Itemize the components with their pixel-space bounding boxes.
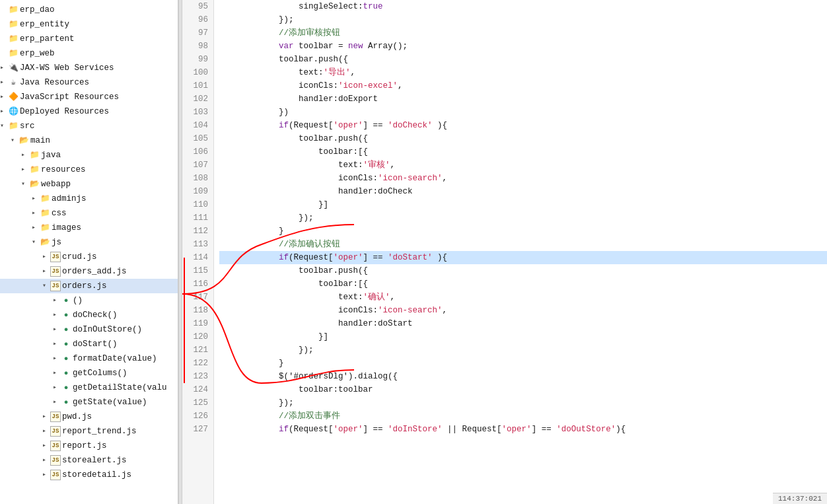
code-line-123[interactable]: $('#ordersDlg').dialog({ xyxy=(219,370,827,383)
token: }); xyxy=(279,15,294,24)
sidebar-item-erp_partent[interactable]: 📁erp_partent xyxy=(0,32,178,46)
code-line-111[interactable]: }); xyxy=(219,211,827,225)
token: toolbar.push({ xyxy=(279,55,348,64)
tree-arrow: ▸ xyxy=(32,221,40,234)
code-line-105[interactable]: toolbar.push({ xyxy=(219,132,827,145)
sidebar-item-fn_getstate[interactable]: ▸●getState(value) xyxy=(0,395,178,410)
sidebar-item-fn_formatdate[interactable]: ▸●formatDate(value) xyxy=(0,351,178,366)
code-line-116[interactable]: toolbar:[{ xyxy=(219,277,827,291)
code-line-96[interactable]: }); xyxy=(219,13,827,26)
sidebar-item-js[interactable]: ▾📂js xyxy=(0,235,178,250)
code-line-98[interactable]: var toolbar = new Array(); xyxy=(219,40,827,53)
tree-label: formatDate(value) xyxy=(73,352,157,365)
sidebar-item-orders_js[interactable]: ▾JSorders.js xyxy=(0,279,178,293)
code-line-97[interactable]: //添加审核按钮 xyxy=(219,26,827,40)
sidebar-item-erp_dao[interactable]: 📁erp_dao xyxy=(0,3,178,17)
sidebar-item-java[interactable]: ▸📁java xyxy=(0,148,178,162)
sidebar-item-webapp[interactable]: ▾📂webapp xyxy=(0,177,178,192)
code-line-120[interactable]: }] xyxy=(219,330,827,343)
tree-label: getColums() xyxy=(73,367,127,380)
sidebar-item-report_trend_js[interactable]: ▸JSreport_trend.js xyxy=(0,424,178,439)
token: true xyxy=(363,2,383,11)
tree-label: doInOutStore() xyxy=(73,323,142,336)
token: var xyxy=(279,42,294,51)
code-line-107[interactable]: text:'审核', xyxy=(219,159,827,172)
sidebar-item-storedetail_js[interactable]: ▸JSstoredetail.js xyxy=(0,468,178,482)
tree-icon-folder: 📁 xyxy=(8,48,18,59)
tree-arrow: ▾ xyxy=(11,134,18,147)
sidebar-item-report_js[interactable]: ▸JSreport.js xyxy=(0,439,178,453)
code-line-108[interactable]: iconCls:'icon-search', xyxy=(219,172,827,185)
sidebar-item-images[interactable]: ▸📁images xyxy=(0,221,178,235)
code-line-114[interactable]: if(Request['oper'] == 'doStart' ){ xyxy=(219,251,827,264)
token xyxy=(219,345,299,355)
tree-label: main xyxy=(30,134,50,147)
token: (Request[ xyxy=(289,253,334,262)
sidebar-item-fn_getdetailstate[interactable]: ▸●getDetailState(valu xyxy=(0,380,178,395)
sidebar-item-fn_docheck[interactable]: ▸●doCheck() xyxy=(0,308,178,322)
code-line-109[interactable]: handler:doCheck xyxy=(219,185,827,198)
code-line-110[interactable]: }] xyxy=(219,198,827,211)
code-line-104[interactable]: if(Request['oper'] == 'doCheck' ){ xyxy=(219,119,827,132)
sidebar-item-jaxws[interactable]: ▸🔌JAX-WS Web Services xyxy=(0,61,178,75)
code-line-117[interactable]: text:'确认', xyxy=(219,291,827,304)
sidebar-item-resources[interactable]: ▸📁resources xyxy=(0,162,178,177)
sidebar-item-fn_doinoutstore[interactable]: ▸●doInOutStore() xyxy=(0,322,178,337)
tree-arrow: ▸ xyxy=(32,207,40,220)
sidebar-item-orders_add_js[interactable]: ▸JSorders_add.js xyxy=(0,264,178,279)
code-line-121[interactable]: }); xyxy=(219,343,827,357)
line-numbers: 9596979899100101102103104105106107108109… xyxy=(182,0,214,504)
code-line-125[interactable]: }); xyxy=(219,396,827,410)
code-container: 9596979899100101102103104105106107108109… xyxy=(182,0,827,504)
token xyxy=(219,55,279,64)
tree-arrow: ▸ xyxy=(53,323,61,336)
tree-arrow: ▸ xyxy=(53,396,61,409)
code-line-127[interactable]: if(Request['oper'] == 'doInStore' || Req… xyxy=(219,423,827,436)
code-line-99[interactable]: toolbar.push({ xyxy=(219,53,827,66)
sidebar-item-adminjs[interactable]: ▸📁adminjs xyxy=(0,192,178,206)
sidebar-item-src[interactable]: ▾📁src xyxy=(0,119,178,133)
code-line-118[interactable]: iconCls:'icon-search', xyxy=(219,304,827,317)
code-line-119[interactable]: handler:doStart xyxy=(219,317,827,330)
sidebar-item-css[interactable]: ▸📁css xyxy=(0,206,178,221)
code-line-115[interactable]: toolbar.push({ xyxy=(219,264,827,277)
code-line-100[interactable]: text:'导出', xyxy=(219,66,827,79)
tree-arrow: ▸ xyxy=(0,90,8,104)
line-number-111: 111 xyxy=(188,211,208,225)
code-line-102[interactable]: handler:doExport xyxy=(219,92,827,106)
line-number-123: 123 xyxy=(188,370,208,383)
token xyxy=(219,94,299,104)
line-number-122: 122 xyxy=(188,357,208,370)
sidebar-item-storealert_js[interactable]: ▸JSstorealert.js xyxy=(0,453,178,468)
code-line-103[interactable]: }) xyxy=(219,106,827,119)
code-line-126[interactable]: //添加双击事件 xyxy=(219,410,827,423)
token xyxy=(219,187,338,196)
code-line-113[interactable]: //添加确认按钮 xyxy=(219,238,827,251)
tree-icon-js-file: JS xyxy=(50,441,61,451)
code-lines[interactable]: singleSelect:true }); //添加审核按钮 var toolb… xyxy=(214,0,827,504)
sidebar-item-fn_dostart[interactable]: ▸●doStart() xyxy=(0,337,178,351)
token xyxy=(219,28,279,38)
sidebar-item-java_res[interactable]: ▸☕Java Resources xyxy=(0,75,178,90)
sidebar-item-pwd_js[interactable]: ▸JSpwd.js xyxy=(0,410,178,424)
code-line-112[interactable]: } xyxy=(219,225,827,238)
token xyxy=(219,121,279,130)
sidebar-item-erp_web[interactable]: 📁erp_web xyxy=(0,46,178,61)
tree-icon-green-circle: ● xyxy=(61,295,71,306)
sidebar-item-crud_js[interactable]: ▸JScrud.js xyxy=(0,250,178,264)
code-line-106[interactable]: toolbar:[{ xyxy=(219,145,827,159)
sidebar-item-deployed[interactable]: ▸🌐Deployed Resources xyxy=(0,104,178,119)
code-line-124[interactable]: toolbar:toolbar xyxy=(219,383,827,396)
tree-icon-folder: 📁 xyxy=(29,164,40,175)
code-line-101[interactable]: iconCls:'icon-excel', xyxy=(219,79,827,92)
code-line-122[interactable]: } xyxy=(219,357,827,370)
token: handler:doCheck xyxy=(338,187,413,196)
tree-label: images xyxy=(52,221,81,234)
sidebar-item-main[interactable]: ▾📂main xyxy=(0,133,178,148)
code-line-95[interactable]: singleSelect:true xyxy=(219,0,827,13)
sidebar-item-fn_getcolums[interactable]: ▸●getColums() xyxy=(0,366,178,380)
sidebar-item-fn_empty[interactable]: ▸●() xyxy=(0,293,178,308)
sidebar-item-js_res[interactable]: ▸🔶JavaScript Resources xyxy=(0,90,178,104)
sidebar-item-erp_entity[interactable]: 📁erp_entity xyxy=(0,17,178,32)
tree-label: erp_web xyxy=(20,47,55,60)
